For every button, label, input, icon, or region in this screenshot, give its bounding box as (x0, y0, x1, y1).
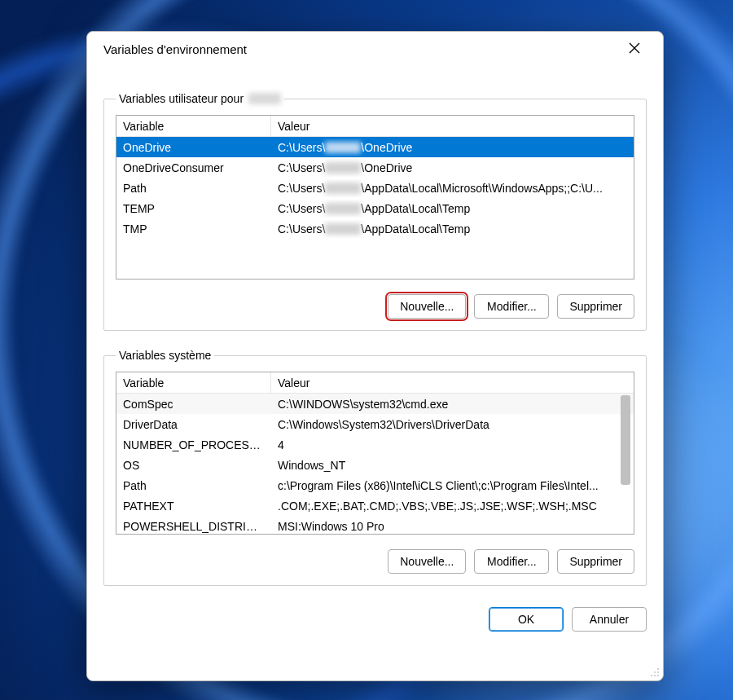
cell-variable: OneDrive (116, 139, 271, 156)
cell-value: C:\Users\\AppData\Local\Temp (271, 200, 634, 218)
user-col-variable[interactable]: Variable (116, 116, 271, 136)
table-row[interactable]: OneDriveConsumerC:\Users\\OneDrive (116, 157, 634, 178)
system-variables-group: Variables système Variable Valeur ComSpe… (103, 349, 647, 586)
user-group-legend: Variables utilisateur pour (116, 92, 284, 105)
table-row[interactable]: OSWindows_NT (116, 455, 634, 475)
cell-variable: OneDriveConsumer (116, 159, 271, 177)
cell-variable: Path (116, 477, 271, 495)
user-delete-button[interactable]: Supprimer (557, 294, 634, 319)
username-redacted (248, 93, 281, 104)
dialog-title: Variables d'environnement (103, 42, 616, 56)
table-row[interactable]: Pathc:\Program Files (x86)\Intel\iCLS Cl… (116, 475, 634, 495)
system-scrollbar[interactable] (619, 395, 632, 532)
cell-variable: ComSpec (116, 395, 271, 413)
cell-variable: Path (116, 179, 271, 197)
cell-variable: TMP (116, 220, 271, 238)
system-variables-table[interactable]: Variable Valeur ComSpecC:\WINDOWS\system… (116, 372, 634, 535)
system-new-button[interactable]: Nouvelle... (388, 549, 466, 574)
env-vars-dialog: Variables d'environnement Variables util… (86, 31, 664, 681)
username-redacted (325, 142, 361, 153)
svg-point-5 (657, 675, 659, 676)
cell-value: .COM;.EXE;.BAT;.CMD;.VBS;.VBE;.JS;.JSE;.… (271, 497, 634, 515)
ok-button[interactable]: OK (489, 607, 564, 632)
username-redacted (325, 223, 361, 235)
svg-point-1 (654, 671, 656, 673)
svg-point-0 (657, 668, 659, 670)
table-row[interactable]: PathC:\Users\\AppData\Local\Microsoft\Wi… (116, 178, 634, 198)
user-edit-button[interactable]: Modifier... (474, 294, 549, 319)
table-row[interactable]: DriverDataC:\Windows\System32\Drivers\Dr… (116, 414, 634, 434)
user-variables-table[interactable]: Variable Valeur OneDriveC:\Users\\OneDri… (116, 115, 634, 280)
system-edit-button[interactable]: Modifier... (474, 549, 549, 574)
system-scroll-thumb[interactable] (621, 395, 630, 485)
username-redacted (325, 162, 361, 174)
system-group-legend: Variables système (116, 349, 214, 362)
cell-value: C:\Users\\AppData\Local\Microsoft\Window… (271, 179, 634, 197)
table-row[interactable]: PATHEXT.COM;.EXE;.BAT;.CMD;.VBS;.VBE;.JS… (116, 495, 634, 516)
username-redacted (325, 203, 361, 214)
cell-value: C:\Users\\OneDrive (271, 159, 634, 177)
username-redacted (325, 183, 361, 194)
titlebar[interactable]: Variables d'environnement (87, 32, 663, 66)
table-row[interactable]: POWERSHELL_DISTRIBUTI...MSI:Windows 10 P… (116, 516, 634, 534)
table-row[interactable]: ComSpecC:\WINDOWS\system32\cmd.exe (116, 394, 634, 414)
cell-value: MSI:Windows 10 Pro (271, 517, 634, 535)
cell-value: C:\Users\\OneDrive (271, 139, 634, 156)
svg-point-4 (654, 675, 656, 676)
close-button[interactable] (616, 37, 653, 61)
system-col-variable[interactable]: Variable (116, 372, 271, 393)
cell-value: C:\WINDOWS\system32\cmd.exe (271, 395, 634, 413)
cancel-button[interactable]: Annuler (572, 607, 647, 632)
svg-point-3 (651, 675, 652, 676)
cell-variable: PATHEXT (116, 497, 271, 515)
cell-value: C:\Users\\AppData\Local\Temp (271, 220, 634, 238)
cell-value: c:\Program Files (x86)\Intel\iCLS Client… (271, 477, 634, 495)
cell-variable: POWERSHELL_DISTRIBUTI... (116, 517, 271, 535)
cell-value: C:\Windows\System32\Drivers\DriverData (271, 416, 634, 434)
system-col-value[interactable]: Valeur (271, 372, 634, 393)
table-row[interactable]: TEMPC:\Users\\AppData\Local\Temp (116, 198, 634, 218)
table-row[interactable]: TMPC:\Users\\AppData\Local\Temp (116, 218, 634, 239)
svg-point-2 (657, 671, 659, 673)
cell-value: 4 (271, 436, 634, 454)
cell-variable: TEMP (116, 200, 271, 218)
cell-variable: DriverData (116, 416, 271, 434)
resize-grip[interactable] (647, 664, 660, 677)
table-row[interactable]: NUMBER_OF_PROCESSORS4 (116, 434, 634, 455)
close-icon (629, 42, 640, 56)
cell-variable: NUMBER_OF_PROCESSORS (116, 436, 271, 454)
cell-value: Windows_NT (271, 456, 634, 474)
cell-variable: OS (116, 456, 271, 474)
user-col-value[interactable]: Valeur (271, 116, 634, 136)
user-variables-group: Variables utilisateur pour Variable Vale… (103, 92, 647, 331)
table-row[interactable]: OneDriveC:\Users\\OneDrive (116, 137, 634, 157)
system-delete-button[interactable]: Supprimer (557, 549, 634, 574)
user-new-button[interactable]: Nouvelle... (388, 294, 466, 319)
